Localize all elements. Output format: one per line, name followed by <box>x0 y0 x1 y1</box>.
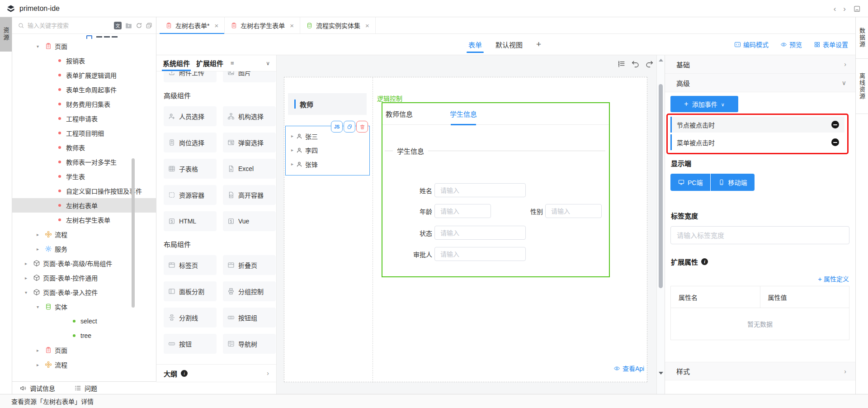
teacher-tree-node[interactable]: 张锋 <box>286 157 369 171</box>
palette-item[interactable]: 附件上传 <box>164 71 217 82</box>
form-root-container[interactable]: 教师 张三 李四 张锋 逻辑 <box>284 77 647 382</box>
tree-item[interactable]: tree <box>12 328 156 343</box>
palette-item[interactable]: 高开容器 <box>223 185 276 205</box>
name-input[interactable] <box>434 183 526 197</box>
palette-item[interactable]: 折叠页 <box>223 255 276 275</box>
view-api-link[interactable]: 查看Api <box>613 364 644 373</box>
tree-item[interactable]: 工程申请表 <box>12 111 156 126</box>
tree-item[interactable]: 教师表 <box>12 140 156 155</box>
tree-caret-icon[interactable] <box>37 304 45 309</box>
palette-item[interactable]: 分割线 <box>164 308 217 327</box>
locale-icon[interactable] <box>114 22 122 29</box>
tree-item[interactable]: 流程 <box>12 357 156 372</box>
event-row[interactable]: 节点被点击时 <box>670 117 844 133</box>
history-forward-icon[interactable]: › <box>843 5 846 13</box>
save-layout-icon[interactable] <box>853 5 861 13</box>
file-tab[interactable]: 左树右表单* × <box>160 17 225 33</box>
debug-info-button[interactable]: 调试信息 <box>19 384 55 393</box>
tree-item[interactable]: 财务费用归集表 <box>12 97 156 111</box>
tree-caret-icon[interactable] <box>25 261 33 266</box>
tree-caret-icon[interactable] <box>291 147 293 152</box>
age-input[interactable] <box>434 204 491 218</box>
chevron-down-icon[interactable]: ∨ <box>266 60 270 66</box>
palette-item[interactable]: 人员选择 <box>164 106 217 126</box>
tree-item[interactable]: 页面 <box>12 343 156 357</box>
outline-structure-icon[interactable] <box>617 60 626 68</box>
display-side-button[interactable]: 移动端 <box>711 174 755 191</box>
tree-caret-icon[interactable] <box>291 133 293 138</box>
scroll-up-icon[interactable] <box>659 59 663 62</box>
tab-teacher-info[interactable]: 教师信息 <box>386 103 413 124</box>
palette-item[interactable]: Vue <box>223 211 276 231</box>
tree-item[interactable]: 表单扩展逻辑调用 <box>12 68 156 82</box>
remove-event-icon[interactable] <box>831 121 839 128</box>
canvas-scrollbar[interactable] <box>656 55 665 394</box>
undo-icon[interactable] <box>631 60 640 68</box>
palette-item[interactable]: 分组控制 <box>223 281 276 301</box>
tab-student-info[interactable]: 学生信息 <box>450 103 477 124</box>
history-back-icon[interactable]: ‹ <box>834 5 836 13</box>
teacher-tree-header[interactable]: 教师 <box>288 93 367 115</box>
define-property-link[interactable]: 属性定义 <box>818 274 849 283</box>
teacher-tree-widget[interactable]: 张三 李四 张锋 <box>285 126 370 176</box>
palette-item[interactable]: 图片 <box>223 71 276 82</box>
label-width-input[interactable] <box>670 226 849 244</box>
add-view-button[interactable]: + <box>536 39 541 49</box>
tree-caret-icon[interactable] <box>25 275 33 280</box>
close-icon[interactable]: × <box>290 22 294 29</box>
tree-caret-icon[interactable] <box>37 348 45 353</box>
palette-item[interactable]: 资源容器 <box>164 185 217 205</box>
section-basic[interactable]: 基础 › <box>665 55 855 74</box>
close-icon[interactable]: × <box>365 22 369 29</box>
tree-caret-icon[interactable] <box>291 161 293 166</box>
collapse-all-icon[interactable] <box>146 22 152 29</box>
rail-tab[interactable]: 数据源 <box>856 17 868 59</box>
sidebar-scrollbar-thumb[interactable] <box>132 158 135 308</box>
tree-caret-icon[interactable] <box>37 247 45 251</box>
status-input[interactable] <box>434 226 526 240</box>
tab-extension-components[interactable]: 扩展组件 <box>196 55 223 71</box>
tab-system-components[interactable]: 系统组件 <box>163 55 190 71</box>
js-logic-button[interactable] <box>331 121 343 133</box>
tree-item[interactable]: 表单生命周起事件 <box>12 82 156 97</box>
tree-item[interactable]: 页面 <box>12 39 156 53</box>
view-action-link[interactable]: 表单设置 <box>814 40 848 49</box>
tree-caret-icon[interactable] <box>25 290 33 295</box>
file-tab[interactable]: 左树右学生表单 × <box>225 17 300 33</box>
section-advanced[interactable]: 高级 ∨ <box>665 74 855 92</box>
redo-icon[interactable] <box>645 60 654 68</box>
tab-default-view[interactable]: 默认视图 <box>495 34 523 55</box>
approver-input[interactable] <box>434 247 526 261</box>
tree-item[interactable]: select <box>12 314 156 328</box>
close-icon[interactable]: × <box>214 22 218 29</box>
tree-caret-icon[interactable] <box>37 362 45 367</box>
event-row[interactable]: 菜单被点击时 <box>670 134 844 150</box>
rail-tab-resources[interactable]: 资源 <box>0 17 12 52</box>
palette-item[interactable]: 子表格 <box>164 159 217 179</box>
palette-item[interactable]: HTML <box>164 211 217 231</box>
new-folder-icon[interactable] <box>125 22 132 29</box>
outline-bar[interactable]: 大纲 › <box>156 364 276 382</box>
gender-input[interactable] <box>545 204 602 218</box>
tree-caret-icon[interactable] <box>37 232 45 237</box>
palette-item[interactable]: 面板分割 <box>164 281 217 301</box>
palette-item[interactable]: 按钮组 <box>223 308 276 327</box>
search-input[interactable] <box>28 22 111 29</box>
section-style[interactable]: 样式 › <box>665 362 855 380</box>
refresh-icon[interactable] <box>136 22 142 29</box>
tree-item[interactable]: 工程项目明细 <box>12 126 156 140</box>
palette-item[interactable]: 机构选择 <box>223 106 276 126</box>
rail-tab[interactable]: 离线资源 <box>856 59 868 114</box>
scroll-down-icon[interactable] <box>659 372 663 375</box>
scrollbar-thumb[interactable] <box>659 84 663 288</box>
palette-menu-icon[interactable]: ≡ <box>231 60 234 66</box>
teacher-tree-node[interactable]: 李四 <box>286 143 369 157</box>
view-action-link[interactable]: 预览 <box>780 40 802 49</box>
palette-item[interactable]: 导航树 <box>223 334 276 354</box>
palette-item[interactable]: 岗位选择 <box>164 133 217 152</box>
copy-button[interactable] <box>344 121 355 133</box>
remove-event-icon[interactable] <box>831 138 839 146</box>
palette-item[interactable]: 按钮 <box>164 334 217 354</box>
view-action-link[interactable]: 编码模式 <box>734 40 769 49</box>
tab-form[interactable]: 表单 <box>468 34 482 55</box>
